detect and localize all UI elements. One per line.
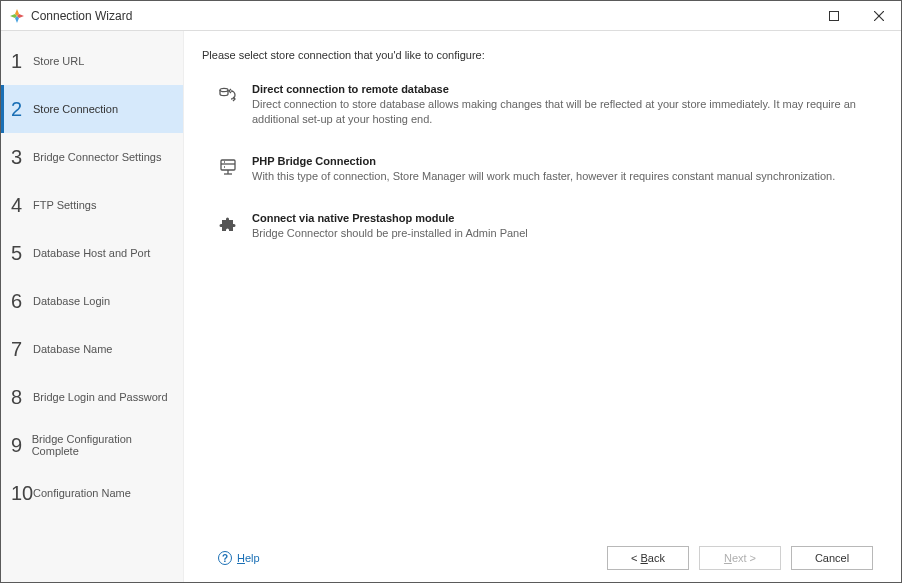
step-number: 3 xyxy=(11,146,33,169)
step-bridge-connector-settings[interactable]: 3 Bridge Connector Settings xyxy=(1,133,183,181)
step-bridge-configuration-complete[interactable]: 9 Bridge Configuration Complete xyxy=(1,421,183,469)
maximize-button[interactable] xyxy=(811,1,856,30)
window-title: Connection Wizard xyxy=(31,9,811,23)
wizard-window: Connection Wizard 1 Store URL 2 Store Co… xyxy=(0,0,902,583)
cancel-button[interactable]: Cancel xyxy=(791,546,873,570)
step-label: Bridge Connector Settings xyxy=(33,151,161,163)
option-text: Connect via native Prestashop module Bri… xyxy=(252,212,528,241)
step-label: Configuration Name xyxy=(33,487,131,499)
next-button[interactable]: Next > xyxy=(699,546,781,570)
option-direct-connection[interactable]: Direct connection to remote database Dir… xyxy=(218,83,889,127)
step-number: 5 xyxy=(11,242,33,265)
step-database-login[interactable]: 6 Database Login xyxy=(1,277,183,325)
step-bridge-login-password[interactable]: 8 Bridge Login and Password xyxy=(1,373,183,421)
step-number: 10 xyxy=(11,482,33,505)
connection-options: Direct connection to remote database Dir… xyxy=(202,83,889,240)
step-database-host-port[interactable]: 5 Database Host and Port xyxy=(1,229,183,277)
step-label: Database Name xyxy=(33,343,113,355)
step-number: 8 xyxy=(11,386,33,409)
option-text: PHP Bridge Connection With this type of … xyxy=(252,155,835,184)
step-number: 9 xyxy=(11,434,32,457)
option-title: PHP Bridge Connection xyxy=(252,155,835,167)
step-number: 7 xyxy=(11,338,33,361)
step-label: Store Connection xyxy=(33,103,118,115)
instruction-text: Please select store connection that you'… xyxy=(202,49,889,61)
database-sync-icon xyxy=(218,85,238,105)
titlebar: Connection Wizard xyxy=(1,1,901,31)
step-number: 6 xyxy=(11,290,33,313)
app-icon xyxy=(9,8,25,24)
option-php-bridge[interactable]: PHP Bridge Connection With this type of … xyxy=(218,155,889,184)
step-store-url[interactable]: 1 Store URL xyxy=(1,37,183,85)
svg-rect-0 xyxy=(829,11,838,20)
step-number: 2 xyxy=(11,98,33,121)
option-native-module[interactable]: Connect via native Prestashop module Bri… xyxy=(218,212,889,241)
option-description: Bridge Connector should be pre-installed… xyxy=(252,226,528,241)
server-bridge-icon xyxy=(218,157,238,177)
close-button[interactable] xyxy=(856,1,901,30)
footer-bar: ? Help < Back Next > Cancel xyxy=(202,534,889,582)
help-label: Help xyxy=(237,552,260,564)
window-controls xyxy=(811,1,901,30)
svg-point-3 xyxy=(220,88,228,91)
option-description: Direct connection to store database allo… xyxy=(252,97,889,127)
content-panel: Please select store connection that you'… xyxy=(184,31,901,582)
option-title: Direct connection to remote database xyxy=(252,83,889,95)
help-icon: ? xyxy=(218,551,232,565)
wizard-steps-sidebar: 1 Store URL 2 Store Connection 3 Bridge … xyxy=(1,31,184,582)
content-spacer xyxy=(202,240,889,534)
option-text: Direct connection to remote database Dir… xyxy=(252,83,889,127)
option-title: Connect via native Prestashop module xyxy=(252,212,528,224)
step-database-name[interactable]: 7 Database Name xyxy=(1,325,183,373)
step-store-connection[interactable]: 2 Store Connection xyxy=(1,85,183,133)
step-label: Database Host and Port xyxy=(33,247,150,259)
step-label: Bridge Login and Password xyxy=(33,391,168,403)
svg-rect-4 xyxy=(221,160,235,170)
step-ftp-settings[interactable]: 4 FTP Settings xyxy=(1,181,183,229)
main-area: 1 Store URL 2 Store Connection 3 Bridge … xyxy=(1,31,901,582)
back-button[interactable]: < Back xyxy=(607,546,689,570)
puzzle-module-icon xyxy=(218,214,238,234)
step-number: 1 xyxy=(11,50,33,73)
step-label: Store URL xyxy=(33,55,84,67)
step-label: Bridge Configuration Complete xyxy=(32,433,173,457)
step-configuration-name[interactable]: 10 Configuration Name xyxy=(1,469,183,517)
help-link[interactable]: ? Help xyxy=(218,551,260,565)
option-description: With this type of connection, Store Mana… xyxy=(252,169,835,184)
step-number: 4 xyxy=(11,194,33,217)
step-label: FTP Settings xyxy=(33,199,96,211)
step-label: Database Login xyxy=(33,295,110,307)
